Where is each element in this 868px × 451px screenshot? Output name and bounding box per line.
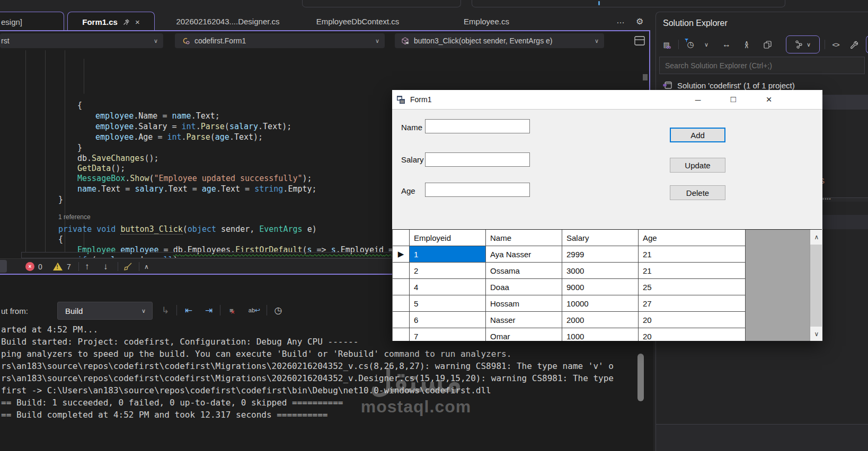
previous-message-button[interactable]: ⇤ [181, 303, 196, 318]
grid-cell[interactable]: 25 [639, 279, 746, 295]
search-input[interactable] [659, 57, 865, 74]
code-cleanup-button[interactable] [123, 259, 133, 274]
grid-header-row: EmployeidNameSalaryAge [393, 230, 746, 246]
grid-cell[interactable]: 2000 [562, 312, 639, 328]
clear-all-button[interactable]: ≡ × [225, 303, 240, 318]
maximize-button[interactable]: □ [721, 90, 746, 109]
grid-cell[interactable]: Aya Nasser [486, 246, 562, 263]
previous-issue-button[interactable]: ↑ [85, 259, 90, 274]
grid-cell[interactable]: Ossama [486, 263, 562, 279]
grid-cell[interactable] [393, 263, 410, 279]
delete-button[interactable]: Delete [670, 185, 725, 200]
grid-cell[interactable]: 6 [410, 312, 486, 328]
salary-input[interactable] [425, 152, 530, 167]
grid-cell[interactable] [393, 295, 410, 312]
grid-cell[interactable]: 7 [410, 328, 486, 341]
age-input[interactable] [425, 183, 530, 197]
next-message-button[interactable]: ⇥ [201, 303, 216, 318]
grid-cell[interactable]: Doaa [486, 279, 562, 295]
grid-cell[interactable]: 10000 [562, 295, 639, 312]
breadcrumb-project-dropdown[interactable]: rst ∨ [0, 33, 163, 48]
arrow-down-icon: ↓ [103, 261, 108, 272]
grid-cell[interactable] [393, 328, 410, 341]
gear-icon[interactable]: ⚙ [636, 16, 643, 26]
chevron-down-icon: ∨ [154, 38, 158, 44]
partial-toolbar-button[interactable] [866, 35, 868, 53]
pin-icon[interactable] [123, 19, 130, 25]
employees-datagrid[interactable]: EmployeidNameSalaryAge▶1Aya Nasser299921… [392, 229, 822, 341]
grid-cell[interactable]: 1 [410, 246, 486, 263]
copy-button[interactable] [760, 38, 774, 51]
breadcrumb-class-dropdown[interactable]: codefirst.Form1 ∨ [175, 33, 385, 48]
timestamps-button[interactable]: ◷ [271, 303, 286, 318]
code-line: employee.Salary = int.Parse(salary.Text)… [95, 122, 291, 132]
solution-explorer-title: Solution Explorer [663, 19, 728, 28]
tab-form1-cs[interactable]: Form1.cs × [67, 12, 155, 31]
divider [825, 40, 825, 49]
grid-cell[interactable]: 21 [639, 263, 746, 279]
error-count[interactable]: × 0 [25, 259, 42, 274]
left-right-arrow-icon: ↔ [722, 40, 731, 49]
grid-cell[interactable]: 27 [639, 295, 746, 312]
breadcrumb-member-dropdown[interactable]: button3_Click(object sender, EventArgs e… [395, 33, 604, 48]
grid-cell[interactable]: 20 [639, 312, 746, 328]
tab-form1-design[interactable]: esign] [0, 12, 64, 31]
word-wrap-button[interactable]: ab ↩ [247, 303, 262, 318]
grid-cell[interactable]: ▶ [393, 246, 410, 263]
breadcrumb-project-label: rst [1, 37, 10, 45]
add-button[interactable]: Add [670, 128, 725, 142]
dialog-title: Form1 [410, 95, 431, 104]
collapse-indicator-button[interactable]: ∧ [144, 259, 149, 274]
grid-cell[interactable]: Omar [486, 328, 562, 341]
sync-with-active-document-button[interactable]: ↔ [720, 38, 733, 51]
form-icon [397, 96, 405, 104]
scroll-up-button[interactable]: ∧ [810, 230, 822, 245]
tab-employee-cs[interactable]: Employee.cs [428, 12, 545, 31]
grid-scrollbar[interactable]: ∧ ∨ [810, 230, 822, 341]
grid-cell[interactable]: 5 [410, 295, 486, 312]
grid-cell[interactable]: Nasser [486, 312, 562, 328]
properties-button[interactable] [847, 38, 861, 51]
grid-cell[interactable] [393, 279, 410, 295]
editor-scrollbar-thumb[interactable] [643, 74, 648, 80]
close-button[interactable]: × [757, 90, 781, 109]
grid-cell[interactable]: 2 [410, 263, 486, 279]
filter-dropdown-chevron[interactable]: ∨ [699, 38, 713, 51]
next-issue-button[interactable]: ↓ [103, 259, 108, 274]
name-input[interactable] [425, 119, 530, 133]
grid-cell[interactable]: 4 [410, 279, 486, 295]
horizontal-scrollbar[interactable] [21, 252, 392, 258]
grid-header-cell: Name [486, 230, 562, 246]
tab-designer-cs[interactable]: 202602162043....Designer.cs [170, 12, 286, 31]
grid-cell[interactable]: 9000 [562, 279, 639, 295]
grid-cell[interactable]: 1000 [562, 328, 639, 341]
grid-cell[interactable]: 20 [639, 328, 746, 341]
arrow-up-icon: ↑ [85, 261, 90, 272]
split-window-icon[interactable] [634, 36, 645, 46]
minimize-button[interactable]: ─ [686, 90, 710, 109]
scroll-down-button[interactable]: ∨ [810, 327, 822, 341]
grid-cell[interactable]: 2999 [562, 246, 639, 263]
tab-employeedbcontext-cs[interactable]: EmployeeDbContext.cs [299, 12, 416, 31]
pending-changes-filter-button[interactable]: ◷ [684, 38, 697, 51]
collapse-all-button[interactable]: ∧∧ [740, 38, 754, 51]
output-scrollbar-thumb[interactable] [637, 354, 644, 401]
view-code-button[interactable]: <> [829, 38, 843, 51]
switch-views-button[interactable]: ▤ ∞ [660, 38, 674, 51]
grid-cell[interactable]: Hossam [486, 295, 562, 312]
warning-count[interactable]: ! 7 [53, 259, 71, 274]
solution-icon [663, 81, 672, 89]
grid-cell[interactable] [393, 312, 410, 328]
dialog-titlebar[interactable]: Form1 ─ □ × [392, 90, 822, 110]
sync-selection-toggle[interactable]: ∨ [786, 35, 820, 53]
goto-source-button[interactable]: ↳ [158, 303, 173, 318]
output-source-dropdown[interactable]: Build ∨ [57, 302, 153, 320]
grid-cell[interactable]: 21 [639, 246, 746, 263]
tab-overflow-icon[interactable]: … [616, 16, 625, 25]
divider [220, 305, 220, 315]
grid-cell[interactable]: 3000 [562, 263, 639, 279]
output-line: arted at 4:52 PM... [1, 324, 98, 335]
breadcrumb-class-label: codefirst.Form1 [194, 37, 246, 45]
update-button[interactable]: Update [670, 158, 725, 173]
close-icon[interactable]: × [135, 17, 140, 26]
